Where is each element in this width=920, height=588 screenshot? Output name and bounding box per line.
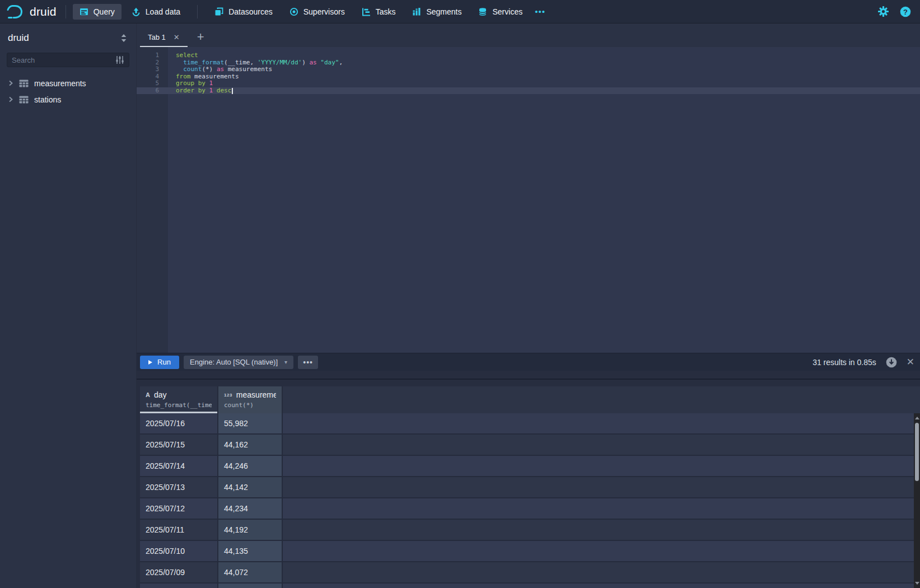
help-icon[interactable]: ? <box>900 6 911 17</box>
datasource-tree: measurementsstations <box>7 75 129 108</box>
search-box <box>7 53 129 67</box>
close-tab-icon[interactable]: ✕ <box>174 33 180 41</box>
content: druid measurementsstations Tab 1 ✕ + 1se… <box>0 24 920 588</box>
run-label: Run <box>157 358 171 366</box>
cell-measurements[interactable]: 44,072 <box>218 562 283 584</box>
nav-item-label: Load data <box>146 7 180 16</box>
tree-item-label: measurements <box>34 79 86 88</box>
database-icon <box>478 7 487 16</box>
line-number: 5 <box>137 80 159 87</box>
schema-title: druid <box>8 32 29 44</box>
console-icon <box>80 7 88 16</box>
run-button[interactable]: Run <box>140 356 179 369</box>
close-results-icon[interactable]: ✕ <box>907 357 914 367</box>
cell-day[interactable]: 2025/07/11 <box>140 520 218 541</box>
nav-item-segments[interactable]: Segments <box>405 4 468 20</box>
sql-editor[interactable]: 1select2 time_format(__time, 'YYYY/MM/dd… <box>137 47 920 353</box>
row-filler <box>283 584 920 588</box>
cell-measurements[interactable]: 44,162 <box>218 435 283 456</box>
gear-icon[interactable] <box>878 6 889 17</box>
header-filler <box>283 386 920 413</box>
cell-measurements[interactable]: 44,135 <box>218 541 283 562</box>
column-header-measurements[interactable]: 123 measureme… count(*) <box>218 386 283 413</box>
nav-more-button[interactable]: ••• <box>529 4 551 18</box>
caret-down-icon: ▾ <box>284 359 287 365</box>
column-expression: count(*) <box>224 402 276 409</box>
tree-item-stations[interactable]: stations <box>7 91 129 108</box>
upload-icon <box>132 7 141 16</box>
gantt-icon <box>362 7 371 16</box>
nav-item-label: Segments <box>426 7 461 16</box>
line-number: 3 <box>137 66 159 73</box>
nav-item-supervisors[interactable]: Supervisors <box>283 4 352 20</box>
cell-measurements[interactable]: 55,982 <box>218 413 283 435</box>
sort-indicator <box>140 412 217 413</box>
results-table: A day time_format(__time,… 123 measureme… <box>140 386 920 588</box>
download-icon[interactable] <box>886 357 897 368</box>
sidebar-header: druid <box>8 32 128 44</box>
datasources-icon <box>214 7 223 16</box>
navbar-divider <box>197 5 198 18</box>
add-tab-icon[interactable]: + <box>192 27 209 47</box>
code-line-5[interactable]: 5group by 1 <box>137 80 920 87</box>
cell-day[interactable]: 2025/07/09 <box>140 562 218 584</box>
table-row-partial <box>140 584 920 588</box>
row-filler <box>283 477 920 498</box>
row-filler <box>283 562 920 584</box>
code-line-3[interactable]: 3 count(*) as measurements <box>137 66 920 73</box>
table-icon <box>19 80 29 87</box>
chevron-right-icon[interactable] <box>8 96 13 102</box>
nav-item-label: Services <box>492 7 522 16</box>
engine-select[interactable]: Engine: Auto [SQL (native)] ▾ <box>184 356 293 369</box>
scroll-down-icon[interactable] <box>915 582 919 585</box>
cell-day <box>140 584 218 588</box>
results-divider <box>137 379 920 380</box>
text-cursor <box>232 88 233 94</box>
chevron-right-icon[interactable] <box>8 80 13 86</box>
row-filler <box>283 498 920 520</box>
tree-item-measurements[interactable]: measurements <box>7 75 129 91</box>
nav-item-load-data[interactable]: Load data <box>125 4 187 20</box>
run-bar: Run Engine: Auto [SQL (native)] ▾ ••• 31… <box>137 353 920 371</box>
search-input[interactable] <box>12 56 115 64</box>
svg-text:?: ? <box>903 7 908 16</box>
engine-label: Engine: Auto [SQL (native)] <box>190 358 278 366</box>
code-line-6[interactable]: 6order by 1 desc <box>137 87 920 95</box>
cell-day[interactable]: 2025/07/14 <box>140 456 218 477</box>
filter-icon[interactable] <box>115 55 124 64</box>
nav-item-tasks[interactable]: Tasks <box>355 4 403 20</box>
tab-tab1[interactable]: Tab 1 ✕ <box>140 27 188 47</box>
cell-day[interactable]: 2025/07/12 <box>140 498 218 520</box>
table-row: 2025/07/1144,192 <box>140 520 920 541</box>
cell-day[interactable]: 2025/07/15 <box>140 435 218 456</box>
cell-day[interactable]: 2025/07/16 <box>140 413 218 435</box>
double-caret-vertical-icon[interactable] <box>119 32 128 44</box>
cell-measurements <box>218 584 283 588</box>
scrollbar-thumb[interactable] <box>915 423 919 481</box>
tabbar: Tab 1 ✕ + <box>137 24 920 47</box>
nav-item-query[interactable]: Query <box>73 4 122 20</box>
cell-day[interactable]: 2025/07/13 <box>140 477 218 498</box>
cell-measurements[interactable]: 44,234 <box>218 498 283 520</box>
row-filler <box>283 413 920 435</box>
cell-measurements[interactable]: 44,192 <box>218 520 283 541</box>
results-summary: 31 results in 0.85s <box>812 358 876 367</box>
scroll-up-icon[interactable] <box>915 417 919 419</box>
results-scrollbar[interactable] <box>914 413 920 588</box>
navbar: druid QueryLoad dataDatasourcesSuperviso… <box>0 0 920 24</box>
column-header-day[interactable]: A day time_format(__time,… <box>140 386 218 413</box>
column-expression: time_format(__time,… <box>146 402 212 409</box>
cell-measurements[interactable]: 44,142 <box>218 477 283 498</box>
sidebar: druid measurementsstations <box>0 24 137 588</box>
cell-measurements[interactable]: 44,246 <box>218 456 283 477</box>
nav-item-label: Supervisors <box>303 7 345 16</box>
navbar-divider <box>66 5 66 18</box>
nav-item-datasources[interactable]: Datasources <box>208 4 279 20</box>
line-number: 1 <box>137 52 159 59</box>
druid-brand[interactable]: druid <box>6 3 59 20</box>
query-more-button[interactable]: ••• <box>298 356 318 369</box>
nav-item-services[interactable]: Services <box>471 4 529 20</box>
runbar-right: 31 results in 0.85s ✕ <box>812 357 914 368</box>
cell-day[interactable]: 2025/07/10 <box>140 541 218 562</box>
code-line-4[interactable]: 4from measurements <box>137 73 920 81</box>
